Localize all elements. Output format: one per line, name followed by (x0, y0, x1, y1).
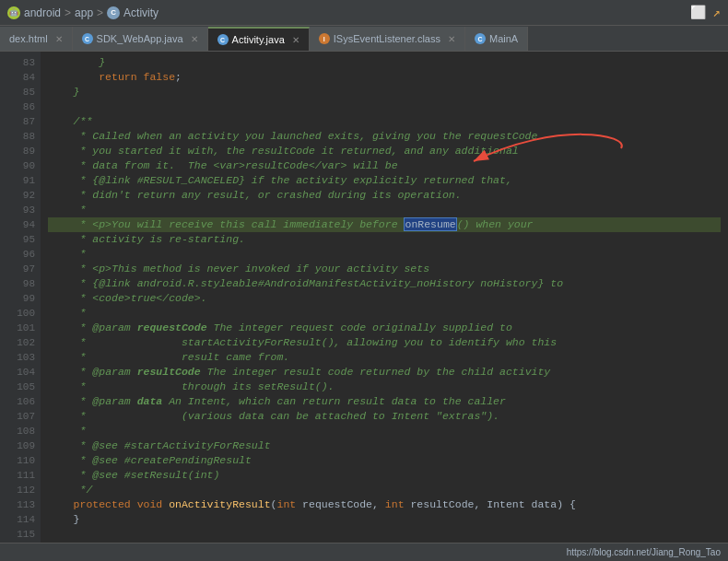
breadcrumb: 🤖 android > app > C Activity (7, 6, 159, 19)
title-bar: 🤖 android > app > C Activity ⬜ ↗ (0, 0, 728, 26)
tab-bar: dex.html ✕ C SDK_WebApp.java ✕ C Activit… (0, 26, 728, 52)
code-content[interactable]: } return false; } /** * Called when an a… (41, 52, 728, 543)
tab-dex-html[interactable]: dex.html ✕ (0, 27, 73, 51)
code-line-100: * (48, 306, 721, 321)
tab-activity-icon: C (217, 34, 229, 45)
breadcrumb-android: android (24, 6, 61, 19)
tab-isys-icon: I (319, 33, 330, 44)
code-line-107: * (various data can be attached to Inten… (48, 409, 721, 424)
code-line-94: * <p>You will receive this call immediat… (48, 217, 721, 232)
code-line-83: } (48, 55, 721, 70)
code-line-109: * @see #startActivityForResult (48, 438, 721, 453)
tab-activity-label: Activity.java (232, 34, 285, 45)
code-line-86 (48, 99, 721, 114)
window-control-arrow[interactable]: ↗ (713, 5, 721, 20)
status-bar: https://blog.csdn.net/Jiang_Rong_Tao (0, 543, 728, 561)
status-url: https://blog.csdn.net/Jiang_Rong_Tao (567, 547, 721, 557)
code-line-110: * @see #createPendingResult (48, 453, 721, 468)
code-line-106: * @param data An Intent, which can retur… (48, 394, 721, 409)
tab-isys[interactable]: I ISysEventListener.class ✕ (310, 27, 465, 51)
code-line-114: } (48, 512, 721, 527)
code-line-88: * Called when an activity you launched e… (48, 129, 721, 144)
code-line-97: * <p>This method is never invoked if you… (48, 262, 721, 276)
tab-sdk-webapp[interactable]: C SDK_WebApp.java ✕ (73, 27, 208, 51)
breadcrumb-app: app (75, 6, 93, 19)
code-line-103: * result came from. (48, 350, 721, 365)
code-line-84: return false; (48, 70, 721, 85)
code-line-111: * @see #setResult(int) (48, 468, 721, 483)
tab-dex-close[interactable]: ✕ (55, 34, 63, 44)
window-control-maximize[interactable]: ⬜ (690, 5, 706, 20)
code-line-89: * you started it with, the resultCode it… (48, 144, 721, 158)
line-numbers: 83 84 85 86 87 88 89 90 91 92 93 94 95 9… (11, 52, 41, 543)
tab-activity[interactable]: C Activity.java ✕ (208, 27, 310, 51)
code-line-112: */ (48, 483, 721, 497)
code-line-104: * @param resultCode The integer result c… (48, 365, 721, 380)
code-line-95: * activity is re-starting. (48, 232, 721, 247)
breadcrumb-activity: Activity (123, 6, 159, 19)
tab-isys-label: ISysEventListener.class (334, 33, 440, 44)
android-icon: 🤖 (7, 6, 20, 19)
code-wrapper: 83 84 85 86 87 88 89 90 91 92 93 94 95 9… (0, 52, 728, 543)
code-line-101: * @param requestCode The integer request… (48, 321, 721, 335)
tab-isys-close[interactable]: ✕ (448, 34, 455, 44)
tab-sdk-label: SDK_WebApp.java (97, 33, 183, 44)
code-line-108: * (48, 424, 721, 438)
tab-sdk-icon: C (82, 33, 93, 44)
tab-activity-close[interactable]: ✕ (292, 35, 299, 45)
tab-maina-icon: C (475, 33, 486, 44)
tab-sdk-close[interactable]: ✕ (191, 34, 198, 44)
activity-icon: C (107, 6, 120, 19)
code-line-98: * {@link android.R.styleable#AndroidMani… (48, 276, 721, 291)
code-line-85: } (48, 85, 721, 99)
tab-maina-label: MainA (489, 33, 518, 44)
code-line-87: /** (48, 114, 721, 129)
code-line-90: * data from it. The <var>resultCode</var… (48, 158, 721, 173)
tab-maina[interactable]: C MainA (465, 27, 528, 51)
code-line-93: * (48, 203, 721, 217)
tab-dex-label: dex.html (9, 33, 48, 44)
left-strip (0, 52, 11, 543)
code-line-91: * {@link #RESULT_CANCELED} if the activi… (48, 173, 721, 188)
code-line-96: * (48, 247, 721, 262)
code-line-113: protected void onActivityResult(int requ… (48, 497, 721, 512)
code-line-105: * through its setResult(). (48, 380, 721, 394)
code-line-99: * <code>true</code>. (48, 291, 721, 306)
code-line-92: * didn't return any result, or crashed d… (48, 188, 721, 203)
code-line-102: * startActivityForResult(), allowing you… (48, 335, 721, 350)
